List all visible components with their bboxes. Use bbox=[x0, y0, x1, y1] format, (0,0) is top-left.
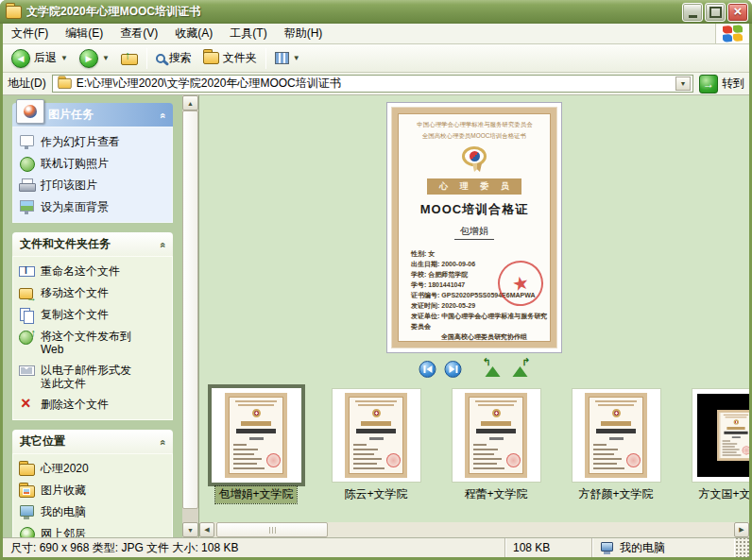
certificate-preview[interactable]: 中国心理学会心理学标准与服务研究委员会 全国高校心理委员MOOC培训合格证书 心… bbox=[386, 102, 562, 353]
thumbnail-image[interactable] bbox=[692, 388, 750, 483]
address-label: 地址(D) bbox=[8, 76, 46, 92]
status-location: 我的电脑 bbox=[592, 538, 734, 557]
windows-logo bbox=[715, 24, 749, 43]
place-my-pictures[interactable]: 图片收藏 bbox=[19, 484, 166, 498]
rotate-clockwise-button[interactable] bbox=[511, 362, 530, 377]
chevron-up-icon[interactable]: « bbox=[157, 242, 168, 246]
task-copy-file[interactable]: 复制这个文件 bbox=[19, 308, 166, 322]
views-button[interactable]: ▼ bbox=[272, 50, 303, 66]
menu-view[interactable]: 查看(V) bbox=[111, 24, 166, 43]
scroll-up-button[interactable]: ▲ bbox=[182, 95, 198, 110]
vertical-scroll-track[interactable] bbox=[182, 509, 198, 522]
next-image-button[interactable] bbox=[445, 361, 462, 378]
thumbnail-image[interactable] bbox=[572, 388, 661, 483]
window-title: 文学院2020年心理MOOC培训证书 bbox=[26, 4, 682, 20]
thumbnail-row: 包增娟+文学院 陈云+文学院 bbox=[211, 388, 749, 503]
task-rename-file[interactable]: 重命名这个文件 bbox=[19, 264, 166, 279]
thumbnail-label[interactable]: 方舒颜+文学院 bbox=[575, 486, 656, 503]
search-button[interactable]: 搜索 bbox=[153, 48, 195, 68]
thumbnail-label[interactable]: 程蕾+文学院 bbox=[461, 486, 530, 503]
thumbnail-image[interactable] bbox=[212, 388, 301, 483]
back-dropdown-icon[interactable]: ▼ bbox=[60, 54, 68, 62]
file-tasks-title: 文件和文件夹任务 bbox=[20, 236, 111, 252]
up-folder-icon bbox=[121, 52, 138, 65]
rotate-counterclockwise-button[interactable] bbox=[484, 362, 503, 377]
previous-image-button[interactable] bbox=[419, 361, 436, 378]
task-view-slideshow[interactable]: 作为幻灯片查看 bbox=[19, 135, 166, 149]
task-delete-file[interactable]: 删除这个文件 bbox=[19, 398, 166, 412]
menu-favorites[interactable]: 收藏(A) bbox=[166, 24, 221, 43]
close-button[interactable] bbox=[727, 3, 748, 22]
place-xinli2020[interactable]: 心理2020 bbox=[19, 462, 166, 476]
place-my-computer[interactable]: 我的电脑 bbox=[19, 505, 166, 519]
thumbnail-item[interactable]: 方舒颜+文学院 bbox=[571, 388, 661, 503]
menu-bar: 文件(F) 编辑(E) 查看(V) 收藏(A) 工具(T) 帮助(H) bbox=[3, 24, 749, 44]
chevron-up-icon[interactable]: « bbox=[157, 439, 168, 444]
copy-icon bbox=[19, 308, 35, 322]
filmstrip-controls bbox=[419, 361, 530, 378]
file-tasks-header[interactable]: 文件和文件夹任务 « bbox=[12, 232, 173, 256]
task-email-file[interactable]: 以电子邮件形式发送此文件 bbox=[19, 364, 166, 390]
chevron-up-icon[interactable]: « bbox=[157, 112, 168, 117]
folder-icon bbox=[19, 462, 35, 476]
delete-icon bbox=[19, 398, 35, 412]
toolbar-separator bbox=[146, 48, 147, 69]
horizontal-scroll-track[interactable] bbox=[328, 522, 734, 537]
address-dropdown-button[interactable]: ▼ bbox=[675, 76, 691, 91]
pictures-folder-icon bbox=[19, 484, 35, 498]
go-label: 转到 bbox=[722, 76, 744, 92]
move-icon bbox=[19, 286, 35, 300]
thumbnail-image[interactable] bbox=[452, 388, 541, 483]
thumbnail-item[interactable]: 陈云+文学院 bbox=[331, 388, 421, 503]
menu-edit[interactable]: 编辑(E) bbox=[57, 24, 111, 43]
task-order-prints[interactable]: 联机订购照片 bbox=[19, 157, 166, 171]
task-move-file[interactable]: 移动这个文件 bbox=[19, 286, 166, 300]
forward-dropdown-icon[interactable]: ▼ bbox=[102, 54, 110, 62]
explorer-window: 文学院2020年心理MOOC培训证书 文件(F) 编辑(E) 查看(V) 收藏(… bbox=[0, 0, 752, 560]
folders-button[interactable]: 文件夹 bbox=[200, 48, 260, 68]
up-button[interactable] bbox=[118, 50, 141, 67]
filmstrip-content: 中国心理学会心理学标准与服务研究委员会 全国高校心理委员MOOC培训合格证书 心… bbox=[198, 95, 749, 537]
vertical-scroll-thumb[interactable] bbox=[182, 110, 198, 509]
thumbnail-label[interactable]: 包增娟+文学院 bbox=[215, 486, 296, 503]
task-publish-web[interactable]: 将这个文件发布到 Web bbox=[19, 330, 166, 356]
vertical-scrollbar[interactable]: ▲ ▼ bbox=[182, 95, 198, 537]
picture-tasks-header[interactable]: 图片任务 « bbox=[12, 103, 173, 127]
slideshow-icon bbox=[19, 135, 35, 149]
resize-grip[interactable] bbox=[734, 538, 749, 557]
task-set-wallpaper[interactable]: 设为桌面背景 bbox=[19, 200, 166, 214]
thumbnail-item[interactable]: 程蕾+文学院 bbox=[451, 388, 541, 503]
thumbnail-image[interactable] bbox=[332, 388, 421, 483]
thumbnail-item[interactable]: 方文国+文学院 bbox=[691, 388, 749, 503]
other-places-header[interactable]: 其它位置 « bbox=[12, 430, 173, 453]
task-print-picture[interactable]: 打印该图片 bbox=[19, 178, 166, 193]
views-dropdown-icon[interactable]: ▼ bbox=[293, 54, 300, 62]
menu-help[interactable]: 帮助(H) bbox=[276, 24, 332, 43]
toolbar: ◀ 后退 ▼ ▶ ▼ 搜索 文件夹 ▼ bbox=[3, 44, 749, 73]
menu-tools[interactable]: 工具(T) bbox=[221, 24, 275, 43]
horizontal-scrollbar[interactable]: ◀ ▶ bbox=[199, 522, 749, 537]
forward-button[interactable]: ▶ ▼ bbox=[77, 47, 112, 70]
address-bar: 地址(D) E:\心理\心理2020\文学院2020年心理MOOC培训证书 ▼ … bbox=[3, 73, 749, 95]
scroll-down-button[interactable]: ▼ bbox=[182, 522, 198, 537]
address-folder-icon bbox=[58, 78, 71, 89]
my-computer-icon bbox=[600, 542, 614, 554]
toolbar-separator bbox=[265, 48, 266, 69]
thumbnail-label[interactable]: 陈云+文学院 bbox=[341, 486, 410, 503]
maximize-button[interactable] bbox=[705, 3, 726, 22]
scroll-left-button[interactable]: ◀ bbox=[199, 522, 214, 537]
menu-file[interactable]: 文件(F) bbox=[3, 24, 57, 43]
minimize-button[interactable] bbox=[682, 3, 703, 22]
file-tasks-pane: 文件和文件夹任务 « 重命名这个文件 移动这个文件 bbox=[12, 232, 173, 420]
thumbnail-item[interactable]: 包增娟+文学院 bbox=[211, 388, 301, 503]
views-icon bbox=[275, 52, 289, 64]
go-button[interactable]: → 转到 bbox=[699, 75, 744, 93]
thumbnail-label[interactable]: 方文国+文学院 bbox=[695, 486, 749, 503]
status-file-info: 尺寸: 690 x 968 类型: JPG 文件 大小: 108 KB bbox=[3, 538, 505, 557]
certificate-banner: 心 理 委 员 bbox=[427, 178, 521, 195]
address-input[interactable]: E:\心理\心理2020\文学院2020年心理MOOC培训证书 ▼ bbox=[52, 75, 693, 93]
back-button[interactable]: ◀ 后退 ▼ bbox=[9, 47, 71, 70]
horizontal-scroll-thumb[interactable] bbox=[216, 522, 328, 537]
place-network[interactable]: 网上邻居 bbox=[19, 527, 166, 537]
scroll-right-button[interactable]: ▶ bbox=[734, 522, 749, 537]
